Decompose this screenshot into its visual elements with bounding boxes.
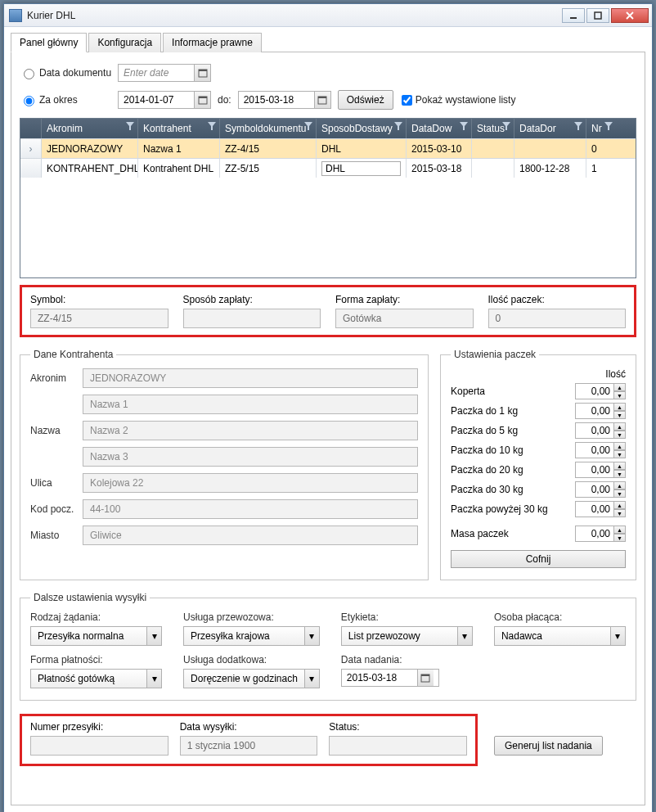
col-symbol[interactable]: Symboldokumentu (220, 119, 317, 138)
addon-combo[interactable]: Doręczenie w godzinach▾ (183, 669, 320, 688)
shipstatus-label: Status: (329, 721, 467, 733)
ulica-label: Ulica (30, 477, 83, 489)
tab-bar: Panel główny Konfiguracja Informacje pra… (11, 32, 645, 52)
col-status[interactable]: Status (472, 119, 514, 138)
ulica-field: Kolejowa 22 (83, 473, 418, 493)
filter-icon[interactable] (502, 122, 510, 130)
chevron-down-icon[interactable]: ▾ (457, 627, 472, 645)
spin-up-icon[interactable]: ▲ (614, 501, 626, 509)
row-selector-header (20, 119, 42, 138)
filter-icon[interactable] (574, 122, 582, 130)
spin-down-icon[interactable]: ▼ (614, 509, 626, 517)
docdate-label: Data dokumentu (39, 67, 118, 79)
spin-up-icon[interactable]: ▲ (614, 481, 626, 489)
pkg-stepper[interactable]: ▲▼ (575, 383, 626, 399)
maximize-button[interactable] (586, 8, 609, 23)
undo-button[interactable]: Cofnij (451, 550, 626, 568)
filter-icon[interactable] (460, 122, 468, 130)
calendar-icon[interactable] (194, 92, 210, 108)
payway-value (183, 309, 321, 328)
labeltype-combo[interactable]: List przewozowy▾ (341, 626, 473, 646)
tab-legal[interactable]: Informacje prawne (163, 33, 262, 52)
col-sposob[interactable]: SposobDostawy (317, 119, 407, 138)
minimize-button[interactable] (562, 8, 585, 23)
symbol-label: Symbol: (30, 294, 168, 305)
date-to-field[interactable] (239, 92, 314, 108)
chevron-down-icon[interactable]: ▾ (146, 670, 161, 688)
docdate-input[interactable] (118, 64, 211, 82)
col-datadow[interactable]: DataDow (407, 119, 472, 138)
row-indicator-icon (20, 159, 42, 178)
summary-highlight: Symbol:ZZ-4/15 Sposób zapłaty: Forma zap… (20, 285, 636, 337)
filter-icon[interactable] (126, 122, 134, 130)
cell-sposob-editable[interactable] (317, 159, 407, 178)
filter-icon[interactable] (604, 122, 613, 130)
pkg-row: Koperta▲▼ (451, 383, 626, 399)
miasto-label: Miasto (30, 530, 83, 541)
shipping-fieldset: Dalsze ustawienia wysyłki Rodzaj żądania… (20, 592, 636, 701)
date-to-label: do: (218, 94, 231, 106)
spin-down-icon[interactable]: ▼ (614, 470, 626, 478)
date-from-field[interactable] (119, 92, 194, 108)
chevron-down-icon[interactable]: ▾ (304, 670, 319, 688)
senddate-input[interactable] (341, 669, 439, 687)
filter-icon[interactable] (394, 122, 402, 130)
spin-up-icon[interactable]: ▲ (614, 462, 626, 470)
filter-icon[interactable] (208, 122, 216, 130)
spin-down-icon[interactable]: ▼ (614, 450, 626, 458)
service-combo[interactable]: Przesyłka krajowa▾ (183, 626, 320, 646)
table-row[interactable]: › JEDNORAZOWY Nazwa 1 ZZ-4/15 DHL 2015-0… (20, 138, 636, 158)
spin-up-icon[interactable]: ▲ (614, 403, 626, 411)
pkg-stepper[interactable]: ▲▼ (575, 442, 626, 458)
calendar-icon[interactable] (417, 670, 434, 686)
pkg-item-label: Paczka powyżej 30 kg (451, 503, 548, 515)
pkg-item-label: Paczka do 1 kg (451, 405, 518, 417)
refresh-button[interactable]: Odśwież (338, 90, 393, 110)
tab-config[interactable]: Konfiguracja (88, 33, 161, 52)
pkg-stepper[interactable]: ▲▼ (575, 422, 626, 439)
generate-button[interactable]: Generuj list nadania (494, 736, 603, 756)
show-issued-checkbox[interactable] (402, 95, 412, 106)
chevron-down-icon[interactable]: ▾ (304, 627, 319, 645)
spin-down-icon[interactable]: ▼ (614, 411, 626, 419)
radio-period[interactable] (24, 96, 34, 106)
payer-combo[interactable]: Nadawca▾ (494, 626, 626, 646)
pkg-stepper[interactable]: ▲▼ (575, 462, 626, 478)
reqtype-label: Rodzaj żądania: (30, 611, 162, 623)
chevron-down-icon[interactable]: ▾ (146, 627, 161, 645)
date-to-input[interactable] (238, 91, 331, 109)
reqtype-combo[interactable]: Przesyłka normalna▾ (30, 626, 162, 646)
radio-docdate[interactable] (24, 69, 34, 79)
tab-main[interactable]: Panel główny (11, 33, 87, 52)
col-kontrahent[interactable]: Kontrahent (138, 119, 220, 138)
close-button[interactable] (611, 8, 649, 23)
date-from-input[interactable] (118, 91, 211, 109)
qty-header: Ilość (451, 368, 626, 380)
pkg-stepper[interactable]: ▲▼ (575, 403, 626, 419)
spin-up-icon[interactable]: ▲ (614, 383, 626, 391)
chevron-down-icon[interactable]: ▾ (610, 627, 625, 645)
spin-up-icon[interactable]: ▲ (614, 422, 626, 431)
calendar-icon[interactable] (314, 92, 330, 108)
col-nr[interactable]: Nr (586, 119, 616, 138)
service-label: Usługa przewozowa: (183, 611, 320, 623)
shippayform-combo[interactable]: Płatność gotówką▾ (30, 669, 162, 688)
pkg-stepper[interactable]: ▲▼ (575, 481, 626, 498)
window-title: Kurier DHL (27, 10, 560, 21)
pkg-row: Paczka do 30 kg▲▼ (451, 481, 626, 498)
spin-down-icon[interactable]: ▼ (614, 431, 626, 439)
spin-up-icon[interactable]: ▲ (614, 526, 626, 534)
docdate-field[interactable] (119, 65, 194, 81)
col-datador[interactable]: DataDor (514, 119, 586, 138)
calendar-icon[interactable] (194, 65, 210, 81)
mass-stepper[interactable]: ▲▼ (575, 526, 626, 542)
spin-up-icon[interactable]: ▲ (614, 442, 626, 450)
spin-down-icon[interactable]: ▼ (614, 391, 626, 399)
table-row[interactable]: KONTRAHENT_DHL Kontrahent DHL ZZ-5/15 20… (20, 158, 636, 178)
spin-down-icon[interactable]: ▼ (614, 534, 626, 542)
documents-grid: Akronim Kontrahent Symboldokumentu Sposo… (20, 118, 636, 278)
pkg-stepper[interactable]: ▲▼ (575, 501, 626, 517)
filter-icon[interactable] (304, 122, 312, 130)
col-akronim[interactable]: Akronim (42, 119, 138, 138)
spin-down-icon[interactable]: ▼ (614, 489, 626, 498)
